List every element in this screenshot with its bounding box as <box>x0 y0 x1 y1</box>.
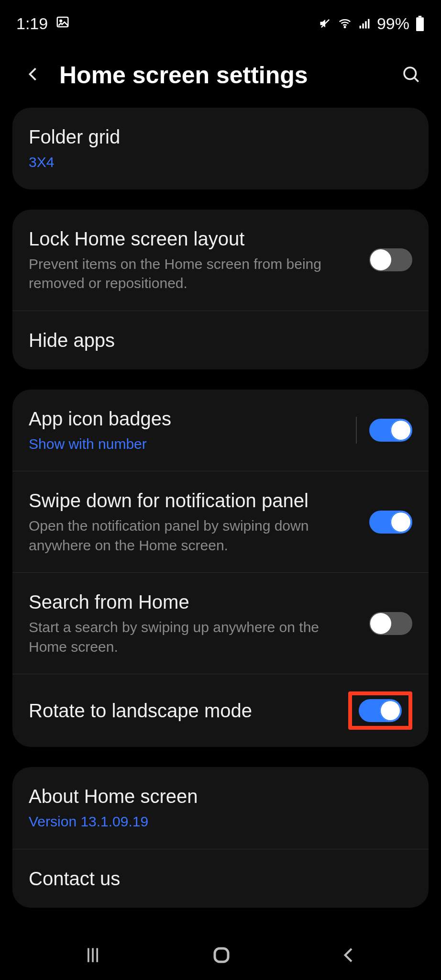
search-home-toggle[interactable] <box>369 612 412 635</box>
app-icon-badges-row[interactable]: App icon badges Show with number <box>12 390 429 471</box>
search-icon <box>401 64 421 84</box>
home-icon <box>210 944 233 967</box>
row-value: Version 13.1.09.19 <box>29 812 412 832</box>
svg-rect-6 <box>368 19 370 29</box>
mute-icon <box>319 17 332 30</box>
svg-point-1 <box>60 20 62 22</box>
wifi-icon <box>338 16 352 31</box>
svg-rect-7 <box>416 17 424 31</box>
system-nav-bar <box>0 930 441 980</box>
header-bar: Home screen settings <box>0 38 441 108</box>
about-home-screen-row[interactable]: About Home screen Version 13.1.09.19 <box>12 767 429 849</box>
divider <box>356 417 357 444</box>
row-title: Folder grid <box>29 125 412 149</box>
picture-icon <box>55 14 70 33</box>
battery-percent: 99% <box>377 14 409 33</box>
status-bar: 1:19 99% <box>0 0 441 38</box>
contact-us-row[interactable]: Contact us <box>12 849 429 908</box>
page-title: Home screen settings <box>59 61 384 89</box>
settings-group: About Home screen Version 13.1.09.19 Con… <box>12 767 429 908</box>
row-title: About Home screen <box>29 784 412 808</box>
folder-grid-row[interactable]: Folder grid 3X4 <box>12 108 429 189</box>
svg-point-9 <box>404 67 416 79</box>
lock-layout-toggle[interactable] <box>369 248 412 271</box>
settings-group: App icon badges Show with number Swipe d… <box>12 390 429 747</box>
chevron-left-icon <box>340 946 359 965</box>
svg-rect-8 <box>419 16 421 17</box>
svg-rect-3 <box>359 26 361 29</box>
chevron-left-icon <box>25 66 42 83</box>
row-title: Rotate to landscape mode <box>29 699 339 723</box>
badges-toggle[interactable] <box>369 419 412 442</box>
row-title: App icon badges <box>29 407 346 431</box>
signal-icon <box>358 17 371 30</box>
rotate-toggle[interactable] <box>359 699 402 722</box>
search-button[interactable] <box>397 60 425 89</box>
swipe-down-row[interactable]: Swipe down for notification panel Open t… <box>12 471 429 572</box>
row-value: Show with number <box>29 434 346 454</box>
row-desc: Open the notification panel by swiping d… <box>29 516 360 555</box>
hide-apps-row[interactable]: Hide apps <box>12 311 429 369</box>
svg-rect-4 <box>362 23 364 29</box>
row-value: 3X4 <box>29 153 412 172</box>
search-from-home-row[interactable]: Search from Home Start a search by swipi… <box>12 572 429 674</box>
rotate-landscape-row[interactable]: Rotate to landscape mode <box>12 674 429 747</box>
highlight-box <box>348 691 412 730</box>
row-title: Hide apps <box>29 328 412 352</box>
settings-group: Folder grid 3X4 <box>12 108 429 189</box>
recents-icon <box>82 945 103 966</box>
swipe-down-toggle[interactable] <box>369 511 412 534</box>
row-desc: Prevent items on the Home screen from be… <box>29 255 360 293</box>
svg-point-2 <box>344 26 346 28</box>
settings-group: Lock Home screen layout Prevent items on… <box>12 210 429 369</box>
recents-button[interactable] <box>78 941 107 969</box>
status-time: 1:19 <box>16 14 48 33</box>
nav-back-button[interactable] <box>336 942 363 969</box>
row-title: Search from Home <box>29 590 360 614</box>
back-button[interactable] <box>21 62 46 88</box>
row-desc: Start a search by swiping up anywhere on… <box>29 618 360 657</box>
svg-rect-5 <box>365 21 367 28</box>
row-title: Lock Home screen layout <box>29 227 360 251</box>
svg-rect-13 <box>215 948 228 962</box>
lock-layout-row[interactable]: Lock Home screen layout Prevent items on… <box>12 210 429 311</box>
battery-icon <box>415 16 425 31</box>
row-title: Swipe down for notification panel <box>29 489 360 512</box>
row-title: Contact us <box>29 867 412 891</box>
home-button[interactable] <box>206 940 237 970</box>
